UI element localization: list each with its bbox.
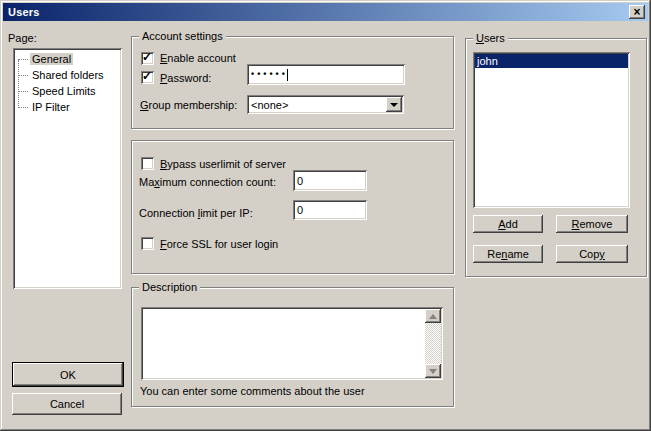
max-connections-input[interactable]: 0 <box>293 170 367 191</box>
enable-account-checkbox[interactable]: ✓ <box>141 52 154 65</box>
description-title: Description <box>139 281 200 294</box>
vertical-scrollbar[interactable] <box>425 309 441 378</box>
connection-limit-per-ip-label: Connection limit per IP: <box>139 207 253 219</box>
description-textarea[interactable] <box>141 307 443 380</box>
checkmark-icon: ✓ <box>142 50 152 64</box>
password-input[interactable]: •••••• <box>247 64 405 85</box>
password-label: Password: <box>160 72 211 84</box>
arrow-down-icon <box>429 369 437 374</box>
arrow-up-icon <box>429 314 437 319</box>
enable-account-label: Enable account <box>160 52 236 64</box>
page-label: Page: <box>8 32 37 44</box>
tree-item-ip-filter[interactable]: IP Filter <box>17 100 119 116</box>
bypass-userlimit-label: Bypass userlimit of server <box>160 158 286 170</box>
account-settings-title: Account settings <box>139 30 226 43</box>
group-membership-label: Group membership: <box>140 99 237 111</box>
connection-limit-per-ip-input[interactable]: 0 <box>293 200 367 220</box>
force-ssl-label: Force SSL for user login <box>160 238 278 250</box>
group-membership-select[interactable]: <none> <box>247 95 404 114</box>
scrollbar-track[interactable] <box>425 323 441 364</box>
tree-item-general[interactable]: General <box>17 52 119 68</box>
description-hint: You can enter some comments about the us… <box>140 385 365 397</box>
users-list[interactable]: john <box>473 52 630 208</box>
text-caret <box>287 69 288 81</box>
users-group-title: Users <box>473 32 508 45</box>
scroll-down-button[interactable] <box>425 364 441 378</box>
title-bar[interactable]: Users × <box>3 3 648 21</box>
add-user-button[interactable]: Add <box>473 215 543 233</box>
users-dialog: Users × Page: General Shared folders Spe… <box>0 0 651 431</box>
copy-user-button[interactable]: Copy <box>556 245 628 263</box>
remove-user-button[interactable]: Remove <box>556 215 628 233</box>
bypass-userlimit-checkbox[interactable] <box>141 157 154 170</box>
password-dots: •••••• <box>251 69 288 80</box>
chevron-down-icon <box>390 103 398 107</box>
group-membership-value: <none> <box>251 99 288 111</box>
checkmark-icon: ✓ <box>142 69 152 83</box>
tree-item-shared-folders[interactable]: Shared folders <box>17 68 119 84</box>
close-glyph: × <box>633 6 640 18</box>
force-ssl-checkbox[interactable] <box>141 237 154 250</box>
combo-dropdown-button[interactable] <box>386 97 402 112</box>
window-title: Users <box>3 6 40 18</box>
page-tree: General Shared folders Speed Limits IP F… <box>13 48 122 289</box>
list-item-john[interactable]: john <box>475 54 628 68</box>
rename-user-button[interactable]: Rename <box>473 245 543 263</box>
scroll-up-button[interactable] <box>425 309 441 323</box>
close-icon[interactable]: × <box>629 5 645 19</box>
password-checkbox[interactable]: ✓ <box>141 71 154 84</box>
ok-button[interactable]: OK <box>12 362 124 387</box>
tree-item-speed-limits[interactable]: Speed Limits <box>17 84 119 100</box>
cancel-button[interactable]: Cancel <box>12 393 122 415</box>
max-connections-label: Maximum connection count: <box>139 176 276 188</box>
